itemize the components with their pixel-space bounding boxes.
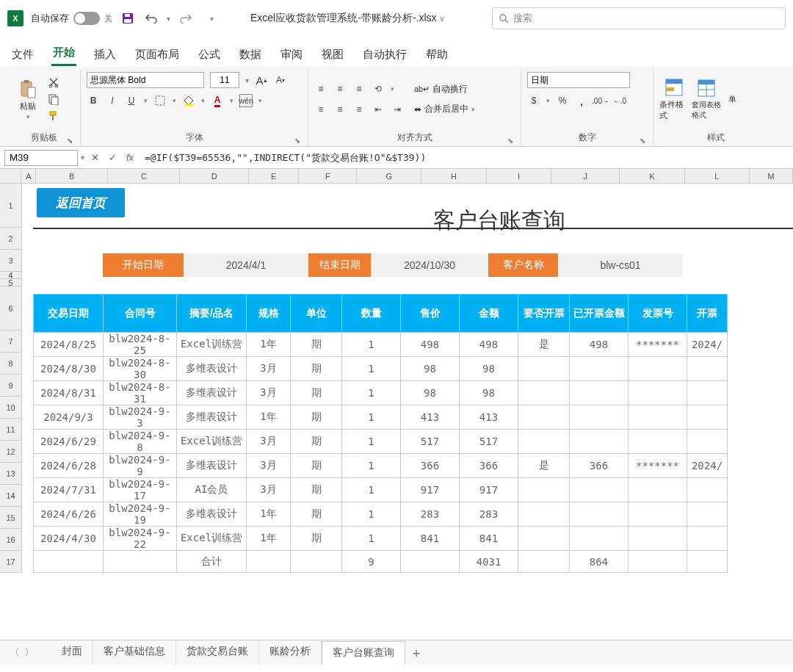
table-cell[interactable]: 1 xyxy=(342,502,401,527)
table-cell[interactable]: 98 xyxy=(460,357,518,381)
table-cell[interactable]: 98 xyxy=(401,381,460,405)
col-header[interactable]: G xyxy=(357,169,421,184)
sheet-tab[interactable]: 账龄分析 xyxy=(259,640,322,665)
sheet-tab[interactable]: 客户台账查询 xyxy=(322,641,405,665)
table-cell[interactable]: 3月 xyxy=(247,454,291,478)
table-cell[interactable] xyxy=(687,430,728,454)
italic-icon[interactable]: I xyxy=(106,94,119,107)
font-size-select[interactable] xyxy=(210,72,239,88)
table-cell[interactable]: blw2024-9-3 xyxy=(104,405,177,430)
col-header[interactable]: F xyxy=(299,169,357,184)
tab-页面布局[interactable]: 页面布局 xyxy=(134,43,181,66)
table-cell[interactable] xyxy=(687,478,728,502)
wrap-text-button[interactable]: ab↵自动换行 xyxy=(414,83,475,95)
accept-formula-icon[interactable]: ✓ xyxy=(105,151,120,165)
table-cell[interactable] xyxy=(687,527,728,551)
table-cell[interactable]: 3月 xyxy=(247,478,291,502)
redo-icon[interactable] xyxy=(178,10,194,26)
table-cell[interactable] xyxy=(687,502,728,527)
format-painter-icon[interactable] xyxy=(47,109,60,123)
row-header[interactable]: 6 xyxy=(0,286,22,330)
table-cell[interactable]: blw2024-8-31 xyxy=(104,381,177,405)
table-cell[interactable]: 期 xyxy=(291,381,342,405)
tab-公式[interactable]: 公式 xyxy=(197,43,222,66)
comma-icon[interactable]: , xyxy=(575,94,588,107)
table-cell[interactable]: 1年 xyxy=(247,502,291,527)
table-cell[interactable] xyxy=(570,478,629,502)
table-cell[interactable] xyxy=(687,405,728,430)
table-cell[interactable] xyxy=(570,381,629,405)
table-cell[interactable]: 多维表设计 xyxy=(177,454,247,478)
table-cell[interactable]: 2024/ xyxy=(687,333,728,357)
table-cell[interactable]: 期 xyxy=(291,502,342,527)
table-cell[interactable]: blw2024-9-22 xyxy=(104,527,177,551)
table-cell[interactable]: 366 xyxy=(570,454,629,478)
table-cell[interactable]: 366 xyxy=(460,454,518,478)
increase-indent-icon[interactable]: ⇥ xyxy=(391,103,404,116)
row-header[interactable]: 7 xyxy=(0,330,22,353)
table-cell[interactable]: 498 xyxy=(401,333,460,357)
table-cell[interactable]: Excel训练营 xyxy=(177,527,247,551)
table-cell[interactable]: Excel训练营 xyxy=(177,430,247,454)
align-right-icon[interactable]: ≡ xyxy=(352,103,366,116)
table-cell[interactable]: 1 xyxy=(342,357,401,381)
table-cell[interactable] xyxy=(629,527,687,551)
col-header[interactable]: A xyxy=(21,169,36,184)
tab-开始[interactable]: 开始 xyxy=(51,41,76,66)
cancel-formula-icon[interactable]: ✕ xyxy=(87,151,102,165)
search-input[interactable]: 搜索 xyxy=(492,7,786,29)
table-cell[interactable]: 期 xyxy=(291,405,342,430)
table-cell[interactable]: blw2024-9-17 xyxy=(104,478,177,502)
table-cell[interactable] xyxy=(629,405,687,430)
table-cell[interactable]: 98 xyxy=(460,381,518,405)
save-icon[interactable] xyxy=(120,10,136,26)
table-cell[interactable]: 2024/9/3 xyxy=(34,405,104,430)
table-row[interactable]: 2024/6/26blw2024-9-19多维表设计1年期1283283 xyxy=(34,502,728,527)
row-header[interactable]: 5 xyxy=(0,279,22,286)
table-cell[interactable]: 1 xyxy=(342,430,401,454)
table-cell[interactable]: 期 xyxy=(291,357,342,381)
sheet-nav-next[interactable]: 〉 xyxy=(22,646,37,660)
table-cell[interactable]: 841 xyxy=(460,527,518,551)
align-top-icon[interactable]: ≡ xyxy=(314,82,327,95)
table-cell[interactable]: 期 xyxy=(291,454,342,478)
table-cell[interactable]: 1年 xyxy=(247,333,291,357)
sheet-tab[interactable]: 封面 xyxy=(51,640,93,665)
decrease-font-icon[interactable]: A▾ xyxy=(274,73,287,87)
table-cell[interactable]: 1 xyxy=(342,405,401,430)
merge-center-button[interactable]: ⬌合并后居中 ▾ xyxy=(414,103,475,115)
table-cell[interactable]: 2024/7/31 xyxy=(34,478,104,502)
table-cell[interactable]: 1 xyxy=(342,527,401,551)
number-format-select[interactable] xyxy=(527,72,630,88)
toggle-switch[interactable] xyxy=(73,12,100,25)
autosave-toggle[interactable]: 自动保存 关 xyxy=(31,12,112,25)
border-icon[interactable] xyxy=(153,94,167,107)
table-cell[interactable]: 2024/4/30 xyxy=(34,527,104,551)
table-cell[interactable]: 3月 xyxy=(247,430,291,454)
table-cell[interactable]: 2024/8/30 xyxy=(34,357,104,381)
table-cell[interactable]: 多维表设计 xyxy=(177,381,247,405)
file-name[interactable]: Excel应收货款管理系统-带账龄分析-.xlsx ∨ xyxy=(250,12,445,25)
tab-自动执行[interactable]: 自动执行 xyxy=(361,43,408,66)
table-cell[interactable]: 2024/6/29 xyxy=(34,430,104,454)
customer-value[interactable]: blw-cs01 xyxy=(558,253,683,277)
table-cell[interactable]: 多维表设计 xyxy=(177,357,247,381)
table-row[interactable]: 2024/8/31blw2024-8-31多维表设计3月期19898 xyxy=(34,381,728,405)
row-header[interactable]: 12 xyxy=(0,441,22,463)
fill-color-icon[interactable] xyxy=(182,94,195,107)
sheet-tab[interactable]: 货款交易台账 xyxy=(176,640,259,665)
table-cell[interactable] xyxy=(518,381,570,405)
table-cell[interactable]: 多维表设计 xyxy=(177,502,247,527)
name-box[interactable] xyxy=(4,150,78,166)
table-cell[interactable]: 917 xyxy=(460,478,518,502)
dialog-launcher-icon[interactable]: ⬊ xyxy=(67,137,73,145)
row-header[interactable]: 9 xyxy=(0,375,22,397)
select-all-corner[interactable] xyxy=(0,169,21,184)
col-header[interactable]: L xyxy=(685,169,750,184)
table-cell[interactable]: 期 xyxy=(291,527,342,551)
dialog-launcher-icon[interactable]: ⬊ xyxy=(640,137,645,145)
table-cell[interactable]: 2024/6/28 xyxy=(34,454,104,478)
table-cell[interactable] xyxy=(629,478,687,502)
table-row[interactable]: 2024/8/25blw2024-8-25Excel训练营1年期1498498是… xyxy=(34,333,728,357)
table-cell[interactable]: 1 xyxy=(342,333,401,357)
